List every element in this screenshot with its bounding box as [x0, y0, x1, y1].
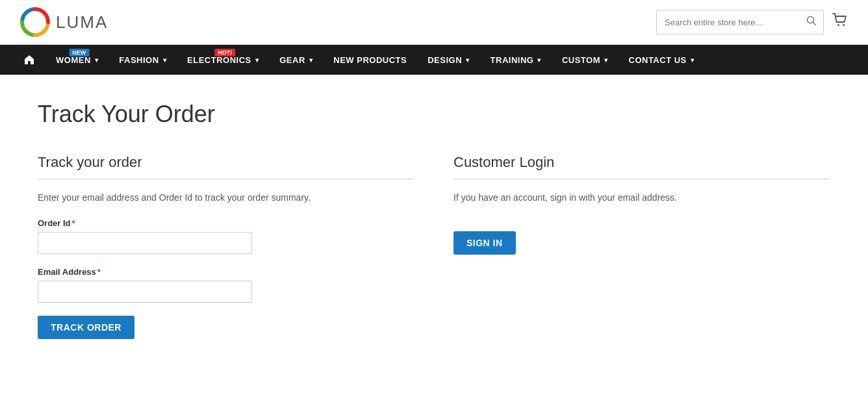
nav-contact-link[interactable]: CONTACT US ▾ [619, 46, 705, 74]
nav-item-fashion[interactable]: FASHION ▾ [108, 46, 177, 74]
chevron-down-icon: ▾ [255, 57, 259, 64]
nav-item-design[interactable]: DESIGN ▾ [417, 46, 479, 74]
main-content: Track Your Order Track your order Enter … [18, 75, 850, 378]
nav-item-custom[interactable]: CUSTOM ▾ [552, 46, 619, 74]
nav-list: New WOMEN ▾ FASHION ▾ Hot! ELECTRONICS ▾… [13, 45, 855, 75]
customer-login-section: Customer Login If you have an account, s… [453, 154, 830, 339]
chevron-down-icon: ▾ [604, 57, 608, 64]
chevron-down-icon: ▾ [309, 57, 313, 64]
chevron-down-icon: ▾ [537, 57, 541, 64]
search-wrapper [656, 10, 824, 34]
badge-hot: Hot! [214, 49, 235, 57]
nav-item-home[interactable] [13, 45, 45, 75]
track-order-section: Track your order Enter your email addres… [38, 154, 415, 339]
nav-gear-label: GEAR [279, 55, 305, 65]
chevron-down-icon: ▾ [466, 57, 470, 64]
nav-training-link[interactable]: TRAINING ▾ [480, 46, 552, 74]
chevron-down-icon: ▾ [163, 57, 167, 64]
email-field: Email Address* [38, 267, 415, 316]
track-section-desc: Enter your email address and Order Id to… [38, 192, 415, 203]
nav-design-label: DESIGN [428, 55, 462, 65]
svg-point-3 [837, 24, 839, 26]
order-id-label-text: Order Id [38, 218, 71, 228]
order-id-required: * [72, 218, 75, 228]
email-required: * [97, 267, 101, 277]
chevron-down-icon: ▾ [691, 57, 695, 64]
nav-item-gear[interactable]: GEAR ▾ [269, 46, 323, 74]
nav-custom-link[interactable]: CUSTOM ▾ [552, 46, 619, 74]
nav-item-training[interactable]: TRAINING ▾ [480, 46, 552, 74]
nav-new-products-link[interactable]: NEW PRODUCTS [323, 46, 417, 74]
email-label: Email Address* [38, 267, 415, 277]
email-label-text: Email Address [38, 267, 96, 277]
track-section-title: Track your order [38, 154, 415, 179]
nav-new-products-label: NEW PRODUCTS [333, 55, 407, 65]
search-icon [806, 16, 817, 26]
nav-item-women[interactable]: New WOMEN ▾ [45, 46, 108, 74]
two-column-layout: Track your order Enter your email addres… [38, 154, 830, 339]
page-title: Track Your Order [38, 101, 830, 128]
nav-contact-label: CONTACT US [629, 55, 687, 65]
nav-item-new-products[interactable]: NEW PRODUCTS [323, 46, 417, 74]
order-id-input[interactable] [38, 232, 252, 254]
sign-in-button[interactable]: Sign In [453, 231, 516, 255]
track-order-button[interactable]: Track Order [38, 316, 134, 339]
nav-fashion-link[interactable]: FASHION ▾ [108, 46, 177, 74]
logo-text: LUMA [56, 12, 108, 32]
cart-icon [832, 12, 849, 29]
nav-women-label: WOMEN [56, 55, 91, 65]
main-nav: New WOMEN ▾ FASHION ▾ Hot! ELECTRONICS ▾… [0, 45, 868, 75]
order-id-field: Order Id* [38, 218, 415, 267]
search-input[interactable] [657, 12, 800, 32]
chevron-down-icon: ▾ [95, 57, 99, 64]
login-section-title: Customer Login [453, 154, 830, 179]
svg-line-2 [813, 23, 816, 25]
nav-design-link[interactable]: DESIGN ▾ [417, 46, 479, 74]
login-section-desc: If you have an account, sign in with you… [453, 192, 830, 203]
search-button[interactable] [800, 10, 823, 34]
nav-item-electronics[interactable]: Hot! ELECTRONICS ▾ [177, 46, 269, 74]
site-header: LUMA [0, 0, 868, 45]
nav-custom-label: CUSTOM [562, 55, 600, 65]
logo-area[interactable]: LUMA [19, 6, 108, 38]
nav-gear-link[interactable]: GEAR ▾ [269, 46, 323, 74]
email-input[interactable] [38, 281, 252, 303]
badge-new: New [69, 49, 89, 57]
nav-fashion-label: FASHION [119, 55, 159, 65]
nav-training-label: TRAINING [491, 55, 534, 65]
order-id-label: Order Id* [38, 218, 415, 228]
nav-item-contact[interactable]: CONTACT US ▾ [619, 46, 705, 74]
home-icon [23, 54, 35, 66]
svg-point-4 [843, 24, 845, 26]
luma-logo-icon [19, 6, 51, 38]
nav-electronics-label: ELECTRONICS [187, 55, 251, 65]
header-right [656, 10, 849, 34]
nav-home-link[interactable] [13, 45, 45, 75]
cart-button[interactable] [832, 12, 849, 32]
